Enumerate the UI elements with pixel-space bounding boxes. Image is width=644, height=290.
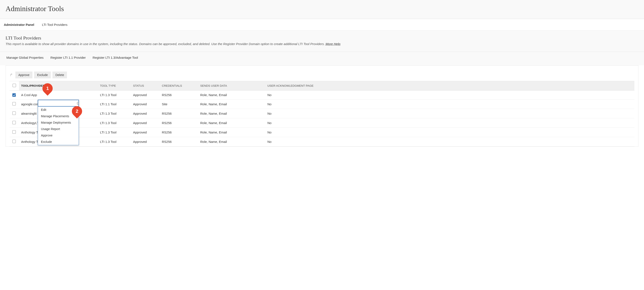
cell-credentials: RS256 (160, 128, 198, 137)
breadcrumb-lti-providers[interactable]: LTI Tool Providers (42, 23, 68, 27)
sub-nav: Manage Global Properties Register LTI 1.… (0, 52, 644, 65)
cm-usage-report[interactable]: Usage Report (38, 126, 79, 132)
row-checkbox[interactable] (12, 140, 16, 143)
cell-sends: Role, Name, Email (198, 128, 265, 137)
clear-search-icon[interactable]: ✕ (77, 102, 79, 105)
subnav-register-13[interactable]: Register LTI 1.3/Advantage Tool (92, 56, 138, 59)
cell-type: LTI 1.1 Tool (98, 99, 131, 109)
cell-type: LTI 1.3 Tool (98, 109, 131, 118)
context-search-input[interactable] (40, 101, 77, 105)
cell-status: Approved (131, 128, 160, 137)
cell-ack: No (265, 109, 634, 118)
table-row: AnthologyLTLTI 1.3 ToolApprovedRS256Role… (10, 118, 634, 128)
col-sends-user-data[interactable]: SENDS USER DATA (198, 81, 265, 91)
breadcrumb-admin-panel[interactable]: Administrator Panel (4, 23, 34, 27)
section-description: This report is available to show all pro… (6, 42, 638, 46)
table-row: alearningltiLTI 1.3 ToolApprovedRS256Rol… (10, 109, 634, 118)
more-help-link[interactable]: More Help (326, 42, 340, 46)
table-row: Anthology TLTI 1.3 ToolApprovedRS256Role… (10, 128, 634, 137)
cell-type: LTI 1.3 Tool (98, 128, 131, 137)
cell-status: Approved (131, 109, 160, 118)
cell-ack: No (265, 99, 634, 109)
cell-credentials: RS256 (160, 118, 198, 128)
cell-credentials: RS256 (160, 109, 198, 118)
row-checkbox[interactable] (12, 121, 16, 124)
context-menu: ✕ Edit Manage Placements Manage Deployme… (38, 100, 79, 145)
subnav-manage-global[interactable]: Manage Global Properties (6, 56, 44, 59)
cell-credentials: RS256 (160, 91, 198, 99)
cell-credentials: RS256 (160, 137, 198, 147)
page-title: Administrator Tools (6, 5, 638, 13)
cell-status: Approved (131, 118, 160, 128)
select-arrow-icon: ↱ (10, 73, 14, 77)
cell-ack: No (265, 137, 634, 147)
table-row: agoogle.comLTI 1.1 ToolApprovedSiteRole,… (10, 99, 634, 109)
cell-sends: Role, Name, Email (198, 118, 265, 128)
cell-ack: No (265, 91, 634, 99)
row-checkbox[interactable] (12, 130, 16, 134)
cell-sends: Role, Name, Email (198, 109, 265, 118)
cell-type: LTI 1.3 Tool (98, 137, 131, 147)
col-tool-type[interactable]: TOOL TYPE (98, 81, 131, 91)
cell-ack: No (265, 118, 634, 128)
row-checkbox[interactable] (12, 111, 16, 115)
col-tool-provider[interactable]: TOOL/PROVIDER (19, 81, 98, 91)
section-description-text: This report is available to show all pro… (6, 42, 325, 46)
approve-button[interactable]: Approve (15, 72, 32, 78)
cell-tool-name[interactable]: A Cool App (19, 91, 98, 99)
delete-button[interactable]: Delete (52, 72, 67, 78)
cell-type: LTI 1.3 Tool (98, 91, 131, 99)
cell-type: LTI 1.3 Tool (98, 118, 131, 128)
cell-sends: Role, Name, Email (198, 137, 265, 147)
cm-manage-deployments[interactable]: Manage Deployments (38, 119, 79, 126)
cell-sends: Role, Name, Email (198, 99, 265, 109)
table-row: Anthology TLTI 1.3 ToolApprovedRS256Role… (10, 137, 634, 147)
row-checkbox[interactable] (12, 93, 16, 97)
table-row: A Cool AppLTI 1.3 ToolApprovedRS256Role,… (10, 91, 634, 99)
cm-approve[interactable]: Approve (38, 132, 79, 138)
subnav-register-11[interactable]: Register LTI 1.1 Provider (50, 56, 86, 59)
cm-exclude[interactable]: Exclude (38, 138, 79, 145)
cell-ack: No (265, 128, 634, 137)
cell-credentials: Site (160, 99, 198, 109)
col-user-ack[interactable]: USER ACKNOWLEDGMENT PAGE (265, 81, 634, 91)
row-checkbox[interactable] (12, 102, 16, 105)
col-credentials[interactable]: CREDENTIALS (160, 81, 198, 91)
cell-status: Approved (131, 99, 160, 109)
cell-sends: Role, Name, Email (198, 91, 265, 99)
cell-status: Approved (131, 137, 160, 147)
col-status[interactable]: STATUS (131, 81, 160, 91)
section-title: LTI Tool Providers (6, 35, 638, 41)
select-all-checkbox[interactable] (12, 84, 16, 87)
cell-status: Approved (131, 91, 160, 99)
breadcrumb: Administrator Panel LTI Tool Providers (0, 19, 644, 31)
exclude-button[interactable]: Exclude (34, 72, 51, 78)
